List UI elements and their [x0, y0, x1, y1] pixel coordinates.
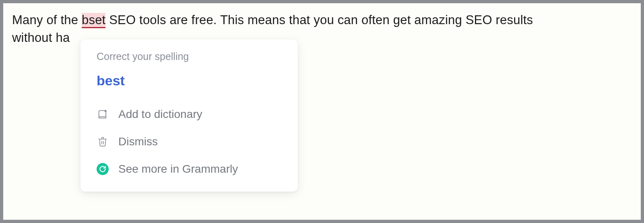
suggestion-button[interactable]: best — [80, 67, 298, 101]
document-area[interactable]: Many of the bset SEO tools are free. Thi… — [3, 3, 641, 220]
dismiss-button[interactable]: Dismiss — [80, 128, 298, 155]
popup-header: Correct your spelling — [80, 51, 298, 67]
text-before: Many of the — [12, 13, 82, 27]
spellcheck-popup: Correct your spelling best Add to dictio… — [80, 39, 298, 192]
trash-icon — [97, 136, 109, 148]
dismiss-label: Dismiss — [118, 135, 158, 148]
see-more-label: See more in Grammarly — [118, 163, 238, 176]
add-to-dictionary-icon — [97, 108, 109, 120]
grammarly-icon — [97, 163, 109, 175]
add-to-dictionary-label: Add to dictionary — [118, 108, 202, 121]
text-after: SEO tools are free. This means that you … — [105, 13, 533, 27]
misspelled-word[interactable]: bset — [82, 13, 105, 28]
see-more-button[interactable]: See more in Grammarly — [80, 155, 298, 183]
text-line2: without ha — [12, 31, 70, 45]
add-to-dictionary-button[interactable]: Add to dictionary — [80, 101, 298, 128]
